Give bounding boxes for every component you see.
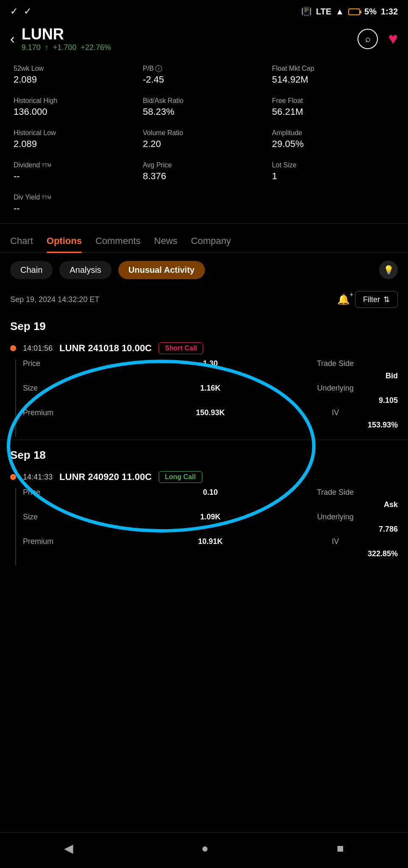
- stat-label-avg-price: Avg Price: [143, 161, 265, 169]
- favorite-button[interactable]: ♥: [388, 30, 398, 48]
- detail-underlying-label-2: Underlying: [273, 513, 398, 521]
- detail-underlying-value-1: 9.105: [273, 396, 398, 405]
- lightbulb-icon: 💡: [383, 265, 394, 275]
- nav-recents-button[interactable]: ■: [337, 842, 344, 855]
- nav-home-button[interactable]: ●: [201, 842, 209, 855]
- tab-company[interactable]: Company: [191, 236, 231, 252]
- activity-name-2: LUNR 240920 11.00C: [59, 471, 152, 483]
- stat-value-vol-ratio: 2.20: [143, 139, 265, 150]
- stat-amplitude: Amplitude 29.05%: [268, 123, 398, 155]
- battery-percent: 5%: [364, 7, 377, 17]
- filter-button[interactable]: Filter ⇅: [355, 291, 398, 308]
- detail-iv-value-2: 322.85%: [273, 549, 398, 558]
- stat-div-yield: Div Yield TTM --: [10, 188, 140, 220]
- section-date-sep19: Sep 19: [0, 315, 408, 338]
- activity-details-1: Price 1.30 Trade Side Bid Size 1.16K Und…: [23, 359, 398, 430]
- tab-news[interactable]: News: [154, 236, 177, 252]
- badge-short-call: Short Call: [159, 342, 204, 354]
- stat-label-bid-ask: Bid/Ask Ratio: [143, 97, 265, 105]
- stat-historical-low: Historical Low 2.089: [10, 123, 140, 155]
- status-right: 📳 LTE ▲ 5% 1:32: [301, 6, 398, 17]
- ticker-symbol: LUNR: [22, 25, 111, 43]
- check1-icon: ✓: [10, 6, 18, 17]
- detail-label-premium-1: Premium: [23, 408, 148, 417]
- stat-historical-high: Historical High 136.000: [10, 91, 140, 123]
- detail-iv-label-2: IV: [273, 537, 398, 546]
- detail-label-size-1: Size: [23, 384, 148, 393]
- detail-value-premium-2: 10.91K: [148, 537, 273, 546]
- detail-side-value-1: Bid: [273, 372, 398, 380]
- activity-details-2: Price 0.10 Trade Side Ask Size 1.09K Und…: [23, 488, 398, 558]
- activity-time-2: 14:41:33: [23, 473, 53, 482]
- activity-card-1: 14:01:56 LUNR 241018 10.00C Short Call P…: [0, 338, 408, 436]
- sub-tab-unusual-activity[interactable]: Unusual Activity: [118, 261, 205, 279]
- tab-chart[interactable]: Chart: [10, 236, 33, 252]
- stat-label-float-mkt-cap: Float Mkt Cap: [272, 65, 394, 72]
- stat-value-pb: -2.45: [143, 74, 265, 85]
- stat-value-div-yield: --: [14, 203, 136, 214]
- activity-card-2: 14:41:33 LUNR 240920 11.00C Long Call Pr…: [0, 467, 408, 565]
- stat-label-pb: P/B i: [143, 65, 265, 72]
- search-button[interactable]: ⌕: [358, 29, 378, 49]
- divider-2: [0, 440, 408, 440]
- ticker-info: LUNR 9.170 ↑ +1.700 +22.76%: [22, 25, 111, 52]
- stats-grid: 52wk Low 2.089 P/B i -2.45 Float Mkt Cap…: [0, 59, 408, 220]
- stat-52wk-low: 52wk Low 2.089: [10, 59, 140, 91]
- activity-name-1: LUNR 241018 10.00C: [59, 343, 152, 354]
- stat-value-lot-size: 1: [272, 171, 394, 182]
- up-arrow-icon: ↑: [45, 43, 49, 52]
- price-change-pct: +22.76%: [81, 43, 111, 52]
- header-icons: ⌕ ♥: [358, 29, 398, 49]
- ticker-price-row: 9.170 ↑ +1.700 +22.76%: [22, 43, 111, 52]
- stat-label-vol-ratio: Volume Ratio: [143, 129, 265, 137]
- stat-dividend: Dividend TTM --: [10, 155, 140, 188]
- detail-value-price-2: 0.10: [148, 488, 273, 497]
- sub-tab-chain[interactable]: Chain: [10, 261, 53, 279]
- stat-value-avg-price: 8.376: [143, 171, 265, 182]
- info-icon: i: [155, 65, 162, 72]
- stat-label-dividend: Dividend TTM: [14, 161, 136, 169]
- bottom-navigation: ◀ ● ■: [0, 832, 408, 868]
- filter-row: Sep 19, 2024 14:32:20 ET 🔔+ Filter ⇅: [0, 287, 408, 315]
- detail-side-label-2: Trade Side: [273, 488, 398, 497]
- search-icon: ⌕: [365, 33, 371, 44]
- stat-value-hist-high: 136.000: [14, 106, 136, 117]
- detail-value-premium-1: 150.93K: [148, 408, 273, 417]
- activity-time-1: 14:01:56: [23, 344, 53, 353]
- stock-header: ‹ LUNR 9.170 ↑ +1.700 +22.76% ⌕ ♥: [0, 21, 408, 59]
- back-button[interactable]: ‹: [10, 31, 15, 47]
- detail-underlying-label-1: Underlying: [273, 384, 398, 393]
- stat-avg-price: Avg Price 8.376: [140, 155, 269, 188]
- check2-icon: ✓: [24, 6, 31, 17]
- stat-label-hist-low: Historical Low: [14, 129, 136, 137]
- tab-options[interactable]: Options: [47, 236, 82, 252]
- badge-long-call: Long Call: [159, 471, 202, 483]
- current-price: 9.170: [22, 43, 41, 52]
- light-mode-button[interactable]: 💡: [379, 261, 398, 279]
- detail-iv-value-1: 153.93%: [273, 421, 398, 430]
- timeline-line-1: [15, 359, 16, 436]
- stat-label-amplitude: Amplitude: [272, 129, 394, 137]
- sub-tab-analysis[interactable]: Analysis: [59, 261, 111, 279]
- dot-icon-1: [10, 345, 16, 351]
- nav-back-button[interactable]: ◀: [64, 841, 73, 855]
- stat-lot-size: Lot Size 1: [268, 155, 398, 188]
- stat-value-dividend: --: [14, 171, 136, 182]
- alert-bell-button[interactable]: 🔔+: [337, 294, 350, 305]
- detail-value-size-2: 1.09K: [148, 513, 273, 521]
- tab-comments[interactable]: Comments: [95, 236, 140, 252]
- sub-tabs: Chain Analysis Unusual Activity 💡: [0, 253, 408, 287]
- detail-iv-label-1: IV: [273, 408, 398, 417]
- timestamp-label: Sep 19, 2024 14:32:20 ET: [10, 295, 99, 304]
- filter-sliders-icon: ⇅: [383, 295, 390, 304]
- content-area: Sep 19 14:01:56 LUNR 241018 10.00C Short…: [0, 315, 408, 565]
- network-icon: ▲: [335, 7, 344, 17]
- signal-label: LTE: [316, 7, 331, 17]
- detail-side-label-1: Trade Side: [273, 359, 398, 368]
- status-checks: ✓ ✓: [10, 6, 31, 17]
- stat-value-amplitude: 29.05%: [272, 139, 394, 150]
- stat-float-mkt-cap: Float Mkt Cap 514.92M: [268, 59, 398, 91]
- detail-label-price-2: Price: [23, 488, 148, 497]
- share-button-1[interactable]: ⎋: [392, 419, 398, 430]
- detail-label-price-1: Price: [23, 359, 148, 368]
